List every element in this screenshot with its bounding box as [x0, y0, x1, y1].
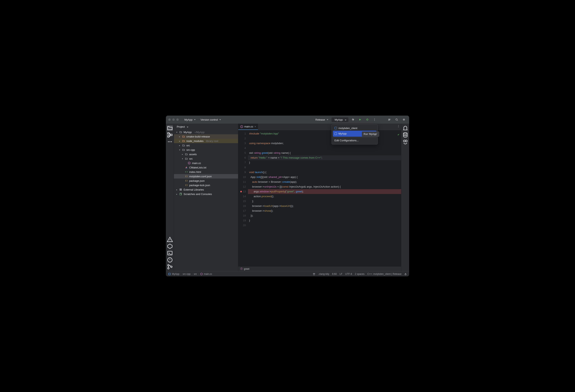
- svg-rect-18: [168, 251, 172, 255]
- tree-node[interactable]: ▸Scratches and Consoles: [174, 192, 238, 196]
- close-window[interactable]: [168, 118, 171, 121]
- inspection-ok-icon[interactable]: ✔: [397, 133, 400, 136]
- breadcrumb-item[interactable]: src: [194, 273, 197, 276]
- copilot-icon[interactable]: [313, 273, 315, 276]
- event-log-tool[interactable]: [167, 257, 173, 263]
- tree-node[interactable]: Cmain.cc: [174, 161, 238, 165]
- vcs-menu[interactable]: Version control: [199, 117, 223, 122]
- more-tools[interactable]: [167, 139, 173, 144]
- lock-icon[interactable]: [404, 273, 407, 275]
- problems-tool[interactable]: [167, 237, 173, 242]
- breadcrumb-item[interactable]: MyApp: [172, 273, 179, 276]
- status-encoding[interactable]: UTF-8: [345, 273, 352, 276]
- editor-actions-menu[interactable]: [397, 125, 400, 128]
- tree-node[interactable]: package-lock.json: [174, 183, 238, 187]
- tree-node[interactable]: molybden.conf.json: [174, 174, 238, 179]
- tree-node[interactable]: CMakeLists.txt: [174, 165, 238, 170]
- tree-node[interactable]: ▸src: [174, 143, 238, 148]
- breadcrumb-item[interactable]: main.cc: [204, 273, 212, 276]
- breadcrumb-item[interactable]: greet: [244, 268, 249, 270]
- project-tool[interactable]: [167, 125, 173, 131]
- titlebar: MyApp Version control Release MyApp moly…: [166, 115, 409, 124]
- tree-node[interactable]: ▸External Libraries: [174, 187, 238, 192]
- tree-node[interactable]: ▸cmake-build-release: [174, 134, 238, 139]
- svg-rect-14: [170, 134, 172, 136]
- left-toolbar: [166, 124, 174, 271]
- breadcrumb-item[interactable]: src-cpp: [183, 273, 191, 276]
- status-indent[interactable]: 2 spaces: [355, 273, 364, 276]
- cpp-icon: [200, 273, 203, 275]
- run-config-selector[interactable]: MyApp molybden_client MyApp Edit: [332, 117, 348, 122]
- tree-node[interactable]: package.json: [174, 179, 238, 183]
- terminal-tool[interactable]: [167, 250, 173, 256]
- gutter[interactable]: 1234567891011121314151617181920: [238, 130, 248, 266]
- tree-node[interactable]: ▾src-cpp: [174, 148, 238, 152]
- tree-node[interactable]: index.html: [174, 170, 238, 174]
- run-config-item[interactable]: molybden_client: [333, 126, 376, 131]
- function-icon: ⓕ: [240, 267, 243, 271]
- svg-rect-38: [169, 273, 170, 275]
- app-icon: [335, 133, 337, 135]
- svg-point-16: [169, 141, 170, 142]
- app-icon: [168, 273, 171, 275]
- app-icon: [335, 127, 337, 129]
- build-button[interactable]: [350, 117, 356, 122]
- more-run-actions[interactable]: [372, 117, 377, 122]
- git-tool[interactable]: [167, 264, 173, 270]
- project-panel-header[interactable]: Project: [174, 124, 238, 130]
- debug-button[interactable]: [364, 117, 370, 122]
- svg-point-39: [200, 273, 202, 275]
- svg-point-32: [398, 125, 399, 126]
- svg-rect-29: [180, 193, 181, 195]
- editor-tab[interactable]: C main.cc ×: [238, 124, 258, 130]
- run-button[interactable]: [357, 117, 363, 122]
- close-tab-icon[interactable]: ×: [255, 125, 256, 128]
- cpp-icon: C: [240, 125, 243, 128]
- window-controls: [168, 118, 179, 121]
- svg-point-8: [374, 120, 375, 121]
- tree-node[interactable]: ▾src: [174, 156, 238, 161]
- build-config-selector[interactable]: Release: [314, 117, 330, 122]
- svg-point-9: [389, 119, 389, 120]
- svg-point-35: [403, 133, 407, 134]
- svg-point-17: [171, 141, 172, 142]
- svg-point-33: [398, 126, 399, 126]
- svg-point-10: [396, 119, 397, 120]
- project-panel: Project ▾MyApp~/MyApp▸cmake-build-releas…: [174, 124, 238, 271]
- ai-assistant-tool[interactable]: [402, 139, 408, 144]
- svg-point-41: [314, 273, 315, 274]
- project-menu[interactable]: MyApp: [183, 117, 197, 122]
- navigation-breadcrumb: MyApp› src-cpp› src› main.cc: [168, 273, 212, 276]
- project-tree: ▾MyApp~/MyApp▸cmake-build-release▸node_m…: [174, 130, 238, 271]
- notifications-tool[interactable]: [402, 125, 408, 131]
- minimize-window[interactable]: [172, 118, 175, 121]
- svg-rect-26: [181, 189, 181, 190]
- database-tool[interactable]: [402, 132, 408, 138]
- settings-icon[interactable]: [401, 117, 407, 122]
- status-clang-tidy[interactable]: .clang-tidy: [318, 273, 329, 276]
- tree-node[interactable]: ▸node_moduleslibrary root: [174, 139, 238, 143]
- status-context[interactable]: C++: molybden_client | Release: [367, 273, 402, 276]
- tree-node[interactable]: ▾MyApp~/MyApp: [174, 130, 238, 134]
- tooltip: Run 'MyApp': [362, 132, 379, 137]
- svg-rect-12: [168, 133, 169, 134]
- svg-point-7: [374, 119, 375, 120]
- svg-rect-25: [180, 189, 180, 190]
- svg-text:C: C: [241, 126, 242, 128]
- code-editor[interactable]: #include "molybden.hpp"using namespace m…: [248, 130, 401, 266]
- right-toolbar: [401, 124, 409, 271]
- tree-node[interactable]: ▸assets: [174, 152, 238, 156]
- structure-tool[interactable]: [167, 132, 173, 138]
- ide-window: MyApp Version control Release MyApp moly…: [166, 115, 409, 277]
- search-icon[interactable]: [394, 117, 400, 122]
- svg-point-6: [374, 119, 375, 119]
- code-with-me-icon[interactable]: [387, 117, 392, 122]
- services-tool[interactable]: [167, 243, 173, 249]
- maximize-window[interactable]: [176, 118, 179, 121]
- status-cursor-pos[interactable]: 6:60: [332, 273, 337, 276]
- svg-point-15: [168, 141, 169, 142]
- edit-configurations[interactable]: Edit Configurations...: [333, 138, 376, 143]
- svg-rect-13: [168, 136, 169, 137]
- svg-rect-42: [405, 274, 406, 275]
- status-line-ending[interactable]: LF: [339, 273, 342, 276]
